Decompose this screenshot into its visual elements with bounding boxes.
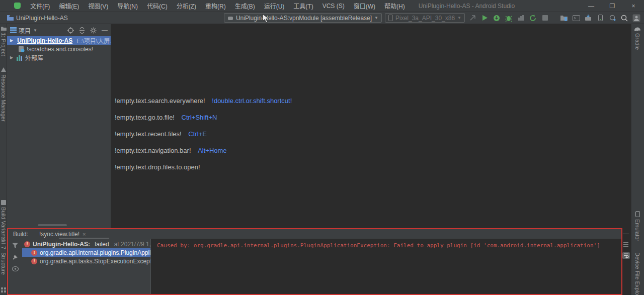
sync-gradle-icon[interactable] bbox=[528, 14, 537, 23]
build-tool-window: Build: !sync.view.title! × ! UniPlugin-H… bbox=[7, 228, 622, 295]
sidebar-item-device-file-explorer[interactable]: Device File Explorer bbox=[632, 250, 642, 295]
horizontal-scrollbar[interactable] bbox=[38, 224, 67, 226]
build-row-exception[interactable]: ! org.gradle.api.internal.plugins.Plugin… bbox=[22, 248, 150, 257]
chevron-down-icon: ▼ bbox=[374, 16, 378, 20]
sidebar-item-gradle[interactable]: Gradle bbox=[632, 26, 642, 50]
tree-row-scratches[interactable]: !scratches.and.consoles! bbox=[7, 45, 111, 53]
title-bar: 文件(F) 编辑(E) 视图(V) 导航(N) 代码(C) 分析(Z) 重构(R… bbox=[0, 0, 644, 12]
empty-hint-line: !empty.text.search.everywhere! !double.c… bbox=[115, 97, 292, 107]
pin-icon[interactable] bbox=[12, 254, 18, 260]
menu-run[interactable]: 运行(U) bbox=[260, 2, 289, 10]
profiler-icon[interactable] bbox=[516, 14, 525, 23]
run-configuration-select[interactable]: UniPlugin-Hello-AS:vpnModule [assembleRe… bbox=[224, 13, 382, 23]
chevron-down-icon[interactable]: ▼ bbox=[33, 28, 37, 33]
avatar[interactable] bbox=[632, 14, 641, 23]
chevron-right-icon[interactable]: ▶ bbox=[10, 55, 15, 60]
device-manager-icon[interactable] bbox=[559, 14, 569, 23]
eye-icon[interactable] bbox=[12, 266, 19, 271]
sidebar-item-build-variants[interactable]: Build Variants bbox=[0, 200, 7, 241]
shortcut-link[interactable]: Ctrl+E bbox=[188, 130, 206, 138]
build-console-output: Caused by: org.gradle.api.internal.plugi… bbox=[150, 239, 621, 294]
build-variants-icon bbox=[1, 200, 6, 205]
build-panel-title: Build: bbox=[13, 231, 28, 238]
menu-view[interactable]: 视图(V) bbox=[84, 2, 113, 10]
layout-inspector-icon[interactable] bbox=[608, 14, 617, 23]
run-icon[interactable] bbox=[480, 14, 489, 23]
hide-panel-icon[interactable]: — bbox=[623, 230, 629, 237]
external-libraries-icon bbox=[17, 55, 23, 61]
breadcrumb[interactable]: UniPlugin-Hello-AS bbox=[7, 15, 68, 22]
tool-window-switcher-icon[interactable] bbox=[1, 287, 7, 293]
menu-edit[interactable]: 编辑(E) bbox=[54, 2, 84, 10]
main-toolbar: UniPlugin-Hello-AS UniPlugin-Hello-AS:vp… bbox=[0, 12, 644, 24]
resource-manager-icon bbox=[1, 67, 6, 72]
run-configuration-value: UniPlugin-Hello-AS:vpnModule [assembleRe… bbox=[236, 15, 372, 22]
menu-vcs[interactable]: VCS (S) bbox=[318, 3, 349, 10]
menu-file[interactable]: 文件(F) bbox=[26, 2, 54, 10]
build-row-stop-exception[interactable]: ! org.gradle.api.tasks.StopExecutionExce… bbox=[22, 257, 150, 265]
empty-hint-line: !empty.text.recent.files! Ctrl+E bbox=[115, 130, 292, 140]
chevron-right-icon[interactable]: ▶ bbox=[10, 38, 13, 43]
sidebar-item-resource-manager[interactable]: Resource Manager bbox=[0, 67, 7, 122]
device-select[interactable]: Pixel_3a_API_30_x86 ▼ bbox=[385, 13, 465, 23]
editor-empty-text: !empty.text.search.everywhere! !double.c… bbox=[115, 97, 292, 180]
debug-icon[interactable] bbox=[504, 14, 513, 23]
menu-build[interactable]: 生成(B) bbox=[230, 2, 260, 10]
tree-row-external-libraries[interactable]: ▶ 外部库 bbox=[7, 53, 111, 62]
menu-analyze[interactable]: 分析(Z) bbox=[172, 2, 201, 10]
menu-code[interactable]: 代码(C) bbox=[142, 2, 172, 10]
rerun-icon[interactable] bbox=[468, 14, 477, 23]
close-tab-icon[interactable]: × bbox=[83, 231, 86, 237]
menu-tools[interactable]: 工具(T) bbox=[289, 2, 317, 10]
empty-hint-line: !empty.text.go.to.file! Ctrl+Shift+N bbox=[115, 114, 292, 124]
project-stripe-icon bbox=[1, 26, 7, 31]
build-row-root[interactable]: ! UniPlugin-Hello-AS: failed at 2021/7/9… bbox=[22, 240, 150, 248]
project-panel-header: 项目 ▼ — bbox=[7, 24, 111, 36]
shortcut-link[interactable]: Ctrl+Shift+N bbox=[182, 114, 217, 121]
collapse-all-icon[interactable] bbox=[79, 27, 85, 34]
menu-navigate[interactable]: 导航(N) bbox=[113, 2, 142, 10]
search-icon[interactable] bbox=[620, 14, 629, 23]
android-studio-window: 文件(F) 编辑(E) 视图(V) 导航(N) 代码(C) 分析(Z) 重构(R… bbox=[0, 0, 644, 295]
logcat-icon[interactable] bbox=[572, 14, 581, 23]
sidebar-item-project[interactable]: 1: Project bbox=[0, 26, 7, 56]
maximize-button[interactable]: ❐ bbox=[602, 3, 623, 10]
settings-gear-icon[interactable] bbox=[90, 27, 97, 34]
gradle-task-icon bbox=[227, 15, 233, 21]
hide-panel-icon[interactable]: — bbox=[102, 27, 108, 34]
soft-wrap-icon[interactable] bbox=[622, 252, 630, 259]
sdk-manager-icon[interactable] bbox=[584, 14, 593, 23]
menu-window[interactable]: 窗口(W) bbox=[349, 2, 380, 10]
error-icon: ! bbox=[31, 258, 37, 264]
build-right-toolbar: — bbox=[622, 230, 630, 259]
project-view-selector[interactable]: 项目 bbox=[19, 26, 31, 35]
apply-changes-icon[interactable] bbox=[492, 14, 501, 23]
shortcut-link[interactable]: Alt+Home bbox=[198, 147, 226, 154]
empty-hint-line: !empty.text.drop.files.to.open! bbox=[115, 163, 292, 173]
close-button[interactable]: × bbox=[623, 3, 644, 10]
breadcrumb-project-label: UniPlugin-Hello-AS bbox=[16, 15, 68, 22]
filter-icon[interactable] bbox=[12, 243, 18, 248]
build-output-tree: ! UniPlugin-Hello-AS: failed at 2021/7/9… bbox=[22, 239, 150, 294]
menu-refactor[interactable]: 重构(R) bbox=[201, 2, 230, 10]
locate-file-icon[interactable] bbox=[67, 27, 74, 34]
build-tab-sync[interactable]: !sync.view.title! × bbox=[39, 231, 86, 238]
shortcut-link[interactable]: !double.ctrl.or.shift.shortcut! bbox=[212, 97, 292, 105]
structure-icon bbox=[1, 239, 6, 244]
sidebar-item-emulator[interactable]: Emulator bbox=[632, 211, 642, 241]
sidebar-item-structure[interactable]: 7: Structure bbox=[0, 239, 7, 275]
project-tool-window: 项目 ▼ — ▶ UniPlugin-Hello-AS E:\项目\大屏... … bbox=[7, 24, 111, 229]
device-select-value: Pixel_3a_API_30_x86 bbox=[395, 15, 455, 22]
menu-help[interactable]: 帮助(H) bbox=[380, 2, 410, 10]
build-left-toolbar bbox=[8, 239, 22, 294]
chevron-down-icon: ▼ bbox=[457, 16, 461, 20]
mouse-cursor bbox=[262, 14, 270, 24]
tree-row-project-root[interactable]: ▶ UniPlugin-Hello-AS E:\项目\大屏... bbox=[7, 36, 111, 45]
tab-scrollbar[interactable] bbox=[59, 238, 109, 239]
error-icon: ! bbox=[31, 250, 37, 256]
stop-icon[interactable] bbox=[540, 14, 549, 23]
avd-manager-icon[interactable] bbox=[596, 14, 605, 23]
minimize-button[interactable]: — bbox=[581, 3, 602, 10]
occurrences-list-icon[interactable] bbox=[623, 242, 629, 248]
project-folder-icon bbox=[7, 15, 14, 21]
